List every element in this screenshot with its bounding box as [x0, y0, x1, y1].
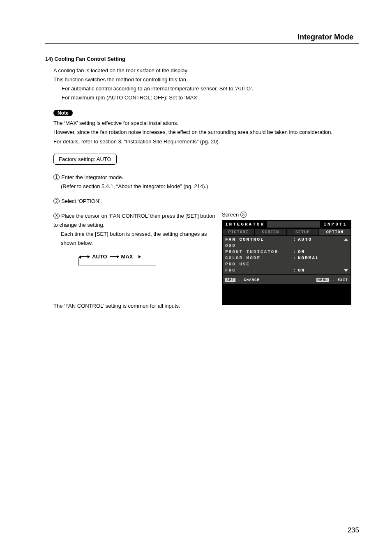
osd-item-label: FAN CONTROL — [225, 237, 293, 242]
section-number: 14) — [45, 56, 53, 62]
osd-item-value: ON — [298, 249, 349, 254]
osd-item-frc[interactable]: FRC : ON — [225, 267, 349, 274]
screen-label: Screen 3 — [222, 212, 351, 218]
osd-item-fan-control[interactable]: FAN CONTROL : AUTO — [225, 237, 349, 243]
osd-bottom-bar — [223, 284, 350, 304]
osd-item-value: AUTO — [298, 237, 344, 242]
step-2: 2Select ‘OPTION’. — [53, 197, 359, 206]
cycle-max: MAX — [121, 253, 133, 260]
scroll-up-icon[interactable] — [344, 238, 348, 241]
osd-title: INTEGRATOR — [223, 221, 267, 228]
osd-item-colon: : — [293, 268, 298, 273]
body-line-4: For maximum rpm (AUTO CONTROL: OFF): Set… — [62, 93, 359, 102]
osd-tabs: PICTURE SCREEN SETUP OPTION — [223, 228, 350, 236]
menu-key-icon: MENU — [316, 278, 330, 282]
osd-body: FAN CONTROL : AUTO OSD FRONT INDICATOR :… — [223, 236, 350, 277]
osd-item-label: OSD — [225, 243, 293, 248]
osd-item-colon: : — [293, 256, 298, 260]
body-line-1: A cooling fan is located on the rear sur… — [53, 66, 359, 75]
step-1-text-a: Enter the integrator mode. — [61, 174, 123, 180]
body-line-2: This function switches the method for co… — [53, 75, 359, 84]
osd-item-colon: : — [293, 249, 298, 254]
osd-item-value: NORMAL — [298, 256, 349, 260]
note-badge: Note — [53, 110, 73, 116]
step-3: 3Place the cursor on ‘FAN CONTROL’ then … — [53, 212, 218, 248]
note-line-3: For details, refer to section 3, “Instal… — [53, 137, 359, 146]
scroll-down-icon[interactable] — [344, 269, 348, 272]
step-1: 1Enter the integrator mode. (Refer to se… — [53, 173, 359, 191]
note-line-1: The ‘MAX’ setting is effective for speci… — [53, 119, 359, 128]
osd-panel: INTEGRATOR INPUT1 PICTURE SCREEN SETUP O… — [222, 220, 351, 305]
cycle-bottom-bar — [78, 265, 156, 265]
osd-item-front-indicator[interactable]: FRONT INDICATOR : ON — [225, 249, 349, 255]
step-3-text-b: Each time the [SET] button is pressed, t… — [61, 230, 218, 248]
page-number: 235 — [348, 526, 359, 534]
osd-title-row: INTEGRATOR INPUT1 — [223, 221, 350, 228]
osd-input-badge: INPUT1 — [320, 221, 350, 228]
set-key-icon: SET — [225, 278, 235, 282]
osd-item-label: COLOR MODE — [225, 256, 293, 260]
step-2-number-icon: 2 — [53, 198, 60, 204]
osd-footer-set: SET···CHANGE — [225, 278, 260, 282]
osd-tab-picture[interactable]: PICTURE — [223, 229, 255, 235]
osd-footer-menu: MENU···EXIT — [316, 278, 348, 282]
menu-label: ···EXIT — [330, 278, 348, 282]
osd-item-value: ON — [298, 268, 344, 273]
set-label: ···CHANGE — [236, 278, 260, 282]
cycle-right-bar — [156, 258, 156, 265]
osd-item-osd[interactable]: OSD — [225, 243, 349, 249]
common-note: The ‘FAN CONTROL’ setting is common for … — [53, 303, 218, 309]
osd-footer: SET···CHANGE MENU···EXIT — [223, 277, 350, 284]
step-1-text-b: (Refer to section 5.4.1, “About the Inte… — [61, 182, 359, 191]
step-3-number-icon: 3 — [53, 213, 60, 219]
osd-item-color-mode[interactable]: COLOR MODE : NORMAL — [225, 255, 349, 261]
section-title: Cooling Fan Control Setting — [54, 56, 125, 62]
osd-title-spacer — [267, 221, 320, 228]
osd-tab-setup[interactable]: SETUP — [287, 229, 319, 235]
step-2-text: Select ‘OPTION’. — [61, 198, 102, 204]
page-header-title: Integrator Mode — [45, 33, 353, 41]
osd-item-label: FRC — [225, 268, 293, 273]
header-rule — [45, 43, 359, 44]
osd-tab-screen[interactable]: SCREEN — [255, 229, 287, 235]
step-3-text-a: Place the cursor on ‘FAN CONTROL’ then p… — [53, 213, 215, 228]
osd-tab-option[interactable]: OPTION — [319, 229, 350, 235]
screen-label-number-icon: 3 — [240, 212, 247, 218]
arrow-right-2-icon — [110, 256, 119, 257]
osd-divider — [223, 274, 350, 275]
osd-item-label: PRO USE — [225, 262, 293, 267]
osd-item-pro-use[interactable]: PRO USE — [225, 261, 349, 267]
cycle-diagram: AUTO MAX — [74, 253, 164, 270]
osd-item-label: FRONT INDICATOR — [225, 249, 293, 254]
step-1-number-icon: 1 — [53, 174, 60, 180]
arrow-right-1-icon — [81, 256, 90, 257]
section-heading: 14) Cooling Fan Control Setting — [45, 56, 359, 62]
note-line-2: However, since the fan rotation noise in… — [53, 128, 359, 137]
arrow-right-3-spacer — [136, 256, 141, 257]
osd-item-colon: : — [293, 237, 298, 242]
factory-setting-box: Factory setting: AUTO — [53, 154, 117, 165]
body-line-3: For automatic control according to an in… — [62, 84, 359, 93]
cycle-auto: AUTO — [92, 253, 107, 260]
screen-label-text: Screen — [222, 212, 240, 218]
cycle-left-bar — [78, 258, 78, 265]
